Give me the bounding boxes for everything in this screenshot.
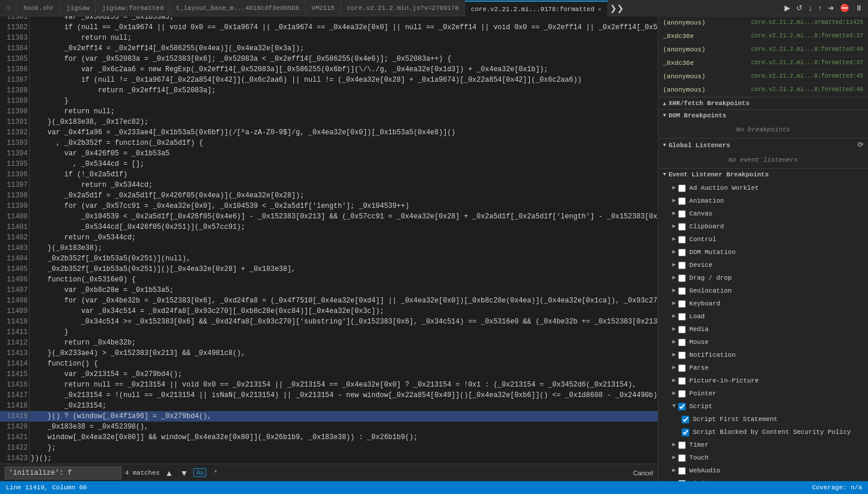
bp-item[interactable]: ▶Notification: [658, 349, 868, 361]
line-number[interactable]: 11423: [0, 453, 29, 464]
bp-item[interactable]: ▶Parse: [658, 361, 868, 374]
line-number[interactable]: 11382: [0, 22, 29, 33]
bp-item[interactable]: ▶Pointer: [658, 387, 868, 400]
expand-arrow-icon[interactable]: ▶: [672, 286, 676, 296]
line-number[interactable]: 11417: [0, 390, 29, 401]
expand-arrow-icon[interactable]: ▶: [672, 298, 676, 309]
bp-item[interactable]: ▶Media: [658, 323, 868, 336]
bp-checkbox[interactable]: [678, 236, 686, 243]
call-stack-item[interactable]: (anonymous)core.v2.21.2.mi...8:formatted…: [658, 43, 868, 57]
bp-checkbox[interactable]: [678, 326, 686, 333]
line-number[interactable]: 11422: [0, 443, 29, 453]
expand-arrow-icon[interactable]: ▶: [672, 247, 676, 258]
tab-hook-xhr[interactable]: hook.xhr: [18, 0, 61, 16]
expand-arrow-icon[interactable]: ▶: [672, 196, 676, 206]
step-into-button[interactable]: ↓: [807, 2, 814, 13]
step-button[interactable]: ➔: [826, 2, 836, 13]
expand-arrow-icon[interactable]: ▶: [672, 311, 676, 322]
expand-arrow-icon[interactable]: ▶: [672, 388, 676, 399]
line-number[interactable]: 11399: [0, 201, 29, 211]
search-prev-button[interactable]: ▲: [163, 468, 175, 478]
tab-close-icon[interactable]: ✕: [598, 6, 602, 13]
line-number[interactable]: 11390: [0, 106, 29, 117]
line-number[interactable]: 11393: [0, 138, 29, 148]
bp-checkbox[interactable]: [678, 274, 686, 282]
expand-arrow-icon[interactable]: ▶: [672, 324, 676, 335]
expand-arrow-icon[interactable]: ▶: [672, 363, 676, 373]
step-out-button[interactable]: ↑: [817, 2, 824, 13]
line-number[interactable]: 11398: [0, 190, 29, 201]
expand-arrow-icon[interactable]: ▶: [672, 337, 676, 347]
tab-lineno[interactable]: ≡: [0, 0, 18, 16]
line-number[interactable]: 11408: [0, 295, 29, 306]
bp-checkbox[interactable]: [678, 403, 686, 410]
line-number[interactable]: 11403: [0, 243, 29, 253]
line-number[interactable]: 11394: [0, 148, 29, 159]
line-number[interactable]: 11410: [0, 316, 29, 327]
search-cancel-button[interactable]: Cancel: [633, 469, 653, 476]
global-listeners-header[interactable]: ▼ Global Listeners ⟳: [658, 138, 868, 152]
expand-arrow-icon[interactable]: ▶: [672, 350, 676, 360]
line-number[interactable]: 11415: [0, 369, 29, 380]
bp-item[interactable]: ▶Geolocation: [658, 284, 868, 297]
step-over-button[interactable]: ↺: [794, 2, 804, 13]
expand-arrow-icon[interactable]: ▶: [672, 183, 676, 193]
expand-arrow-icon[interactable]: ▶: [672, 221, 676, 232]
bp-checkbox[interactable]: [678, 249, 686, 256]
call-stack-item[interactable]: _0xdc36ecore.v2.21.2.mi...8:formatted:37: [658, 57, 868, 70]
call-stack-item[interactable]: (anonymous)core.v2.21.2.mi...8:formatted…: [658, 84, 868, 97]
tab-t-layout[interactable]: t_layout_base_m...4b18cdf3ed05bb: [170, 0, 305, 16]
line-number[interactable]: 11386: [0, 64, 29, 75]
bp-checkbox[interactable]: [678, 390, 686, 398]
bp-sub-item[interactable]: Script Blocked by Content Security Polic…: [658, 426, 868, 439]
bp-item[interactable]: ▼Script: [658, 400, 868, 413]
line-number[interactable]: 11381: [0, 16, 29, 22]
xhr-fetch-header[interactable]: ▶ XHR/fetch Breakpoints: [658, 98, 868, 109]
search-regex-button[interactable]: .*: [210, 468, 220, 477]
line-number[interactable]: 11409: [0, 306, 29, 316]
tab-jigsaw[interactable]: jigsaw: [61, 0, 96, 16]
bp-checkbox[interactable]: [678, 454, 686, 462]
expand-arrow-icon[interactable]: ▶: [672, 260, 676, 270]
expand-arrow-icon[interactable]: ▶: [672, 234, 676, 245]
line-number[interactable]: 11404: [0, 253, 29, 264]
line-number[interactable]: 11407: [0, 285, 29, 295]
bp-checkbox[interactable]: [678, 352, 686, 359]
line-number[interactable]: 11406: [0, 274, 29, 285]
search-next-button[interactable]: ▼: [178, 468, 190, 478]
line-number[interactable]: 11391: [0, 117, 29, 127]
bp-item[interactable]: ▶Timer: [658, 439, 868, 451]
line-number[interactable]: 11421: [0, 432, 29, 443]
expand-arrow-icon[interactable]: ▶: [672, 208, 676, 219]
bp-sub-checkbox[interactable]: [682, 429, 689, 436]
bp-checkbox[interactable]: [678, 467, 686, 475]
line-number[interactable]: 11392: [0, 127, 29, 138]
line-number[interactable]: 11384: [0, 43, 29, 54]
bp-checkbox[interactable]: [678, 287, 686, 295]
bp-checkbox[interactable]: [678, 262, 686, 269]
bp-item[interactable]: ▶Picture-in-Picture: [658, 374, 868, 387]
bp-item[interactable]: ▶Device: [658, 259, 868, 272]
bp-checkbox[interactable]: [678, 185, 686, 192]
bp-item[interactable]: ▶Mouse: [658, 336, 868, 349]
play-button[interactable]: ▶: [783, 2, 792, 13]
line-number[interactable]: 11396: [0, 169, 29, 180]
line-number[interactable]: 11395: [0, 159, 29, 169]
line-number[interactable]: 11383: [0, 33, 29, 43]
line-number[interactable]: 11400: [0, 211, 29, 222]
bp-sub-checkbox[interactable]: [682, 416, 689, 423]
bp-item[interactable]: ▶Keyboard: [658, 297, 868, 310]
line-number[interactable]: 11402: [0, 232, 29, 243]
pause-button[interactable]: ⏸: [853, 2, 864, 13]
line-number[interactable]: 11401: [0, 222, 29, 232]
line-number[interactable]: 11411: [0, 327, 29, 338]
line-number[interactable]: 11412: [0, 338, 29, 348]
line-number[interactable]: 11388: [0, 85, 29, 96]
bp-item[interactable]: ▶Load: [658, 310, 868, 323]
bp-item[interactable]: ▶DOM Mutation: [658, 246, 868, 259]
call-stack-item[interactable]: (anonymous)core.v2.21.2.mi...ormatted:11…: [658, 16, 868, 30]
line-number[interactable]: 11416: [0, 380, 29, 390]
line-number[interactable]: 11418: [0, 401, 29, 411]
bp-sub-item[interactable]: Script First Statement: [658, 413, 868, 426]
line-number[interactable]: 11413: [0, 348, 29, 359]
